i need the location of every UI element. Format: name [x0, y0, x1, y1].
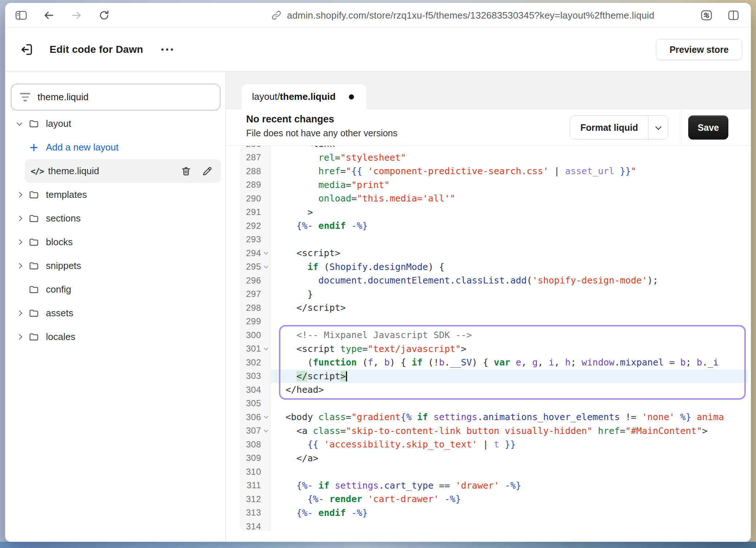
- code-line-text[interactable]: {%- if settings.cart_type == 'drawer' -%…: [271, 479, 748, 493]
- code-line-290[interactable]: 290 onload="this.media='all'": [240, 192, 748, 206]
- save-button[interactable]: Save: [688, 116, 728, 140]
- code-line-312[interactable]: 312 {%- render 'cart-drawer' -%}: [240, 492, 748, 506]
- code-line-291[interactable]: 291 >: [240, 206, 748, 219]
- chevron-right-icon[interactable]: [17, 334, 23, 340]
- code-line-313[interactable]: 313 {%- endif -%}: [240, 506, 748, 520]
- line-number-gutter[interactable]: 287: [240, 151, 271, 165]
- line-number-gutter[interactable]: 300: [240, 328, 271, 342]
- sidebar-item-theme-liquid[interactable]: </>theme.liquid: [25, 159, 221, 183]
- line-number-gutter[interactable]: 296: [240, 274, 271, 287]
- line-number-gutter[interactable]: 310: [240, 465, 271, 479]
- code-line-310[interactable]: 310: [240, 465, 748, 479]
- format-liquid-button[interactable]: Format liquid: [570, 116, 648, 139]
- chevron-down-icon[interactable]: [17, 120, 23, 126]
- code-line-286[interactable]: 286 <link: [240, 146, 748, 151]
- code-line-text[interactable]: </a>: [271, 451, 748, 465]
- code-line-text[interactable]: <link: [271, 146, 748, 151]
- line-number-gutter[interactable]: 312: [240, 492, 271, 506]
- code-line-301[interactable]: 301 <script type="text/javascript">: [240, 342, 748, 356]
- line-number-gutter[interactable]: 297: [240, 287, 271, 301]
- sidebar-item-add-a-new-layout[interactable]: Add a new layout: [5, 136, 225, 159]
- address-bar[interactable]: admin.shopify.com/store/rzq1xu-f5/themes…: [271, 3, 654, 28]
- sidebar-item-assets[interactable]: assets: [5, 301, 225, 325]
- fold-chevron-icon[interactable]: [264, 264, 268, 269]
- code-line-308[interactable]: 308 {{ 'accessibility.skip_to_text' | t …: [240, 438, 748, 451]
- split-view-button[interactable]: [725, 7, 741, 23]
- code-line-287[interactable]: 287 rel="stylesheet": [240, 151, 748, 165]
- line-number-gutter[interactable]: 308: [240, 438, 271, 451]
- code-line-311[interactable]: 311 {%- if settings.cart_type == 'drawer…: [240, 479, 748, 493]
- code-line-293[interactable]: 293: [240, 233, 748, 247]
- line-number-gutter[interactable]: 293: [240, 233, 271, 247]
- code-line-292[interactable]: 292 {%- endif -%}: [240, 219, 748, 233]
- sidebar-item-config[interactable]: config: [5, 278, 225, 301]
- delete-file-button[interactable]: [180, 165, 192, 177]
- file-search-input[interactable]: [11, 84, 220, 110]
- chevron-right-icon[interactable]: [17, 216, 23, 222]
- code-line-text[interactable]: </script>: [271, 369, 748, 383]
- code-line-text[interactable]: <!-- Mixpanel Javascript SDK -->: [271, 328, 748, 342]
- code-line-text[interactable]: <script>: [271, 246, 748, 260]
- forward-button[interactable]: [68, 7, 84, 23]
- line-number-gutter[interactable]: 288: [240, 164, 271, 178]
- code-line-text[interactable]: [271, 315, 748, 329]
- code-line-297[interactable]: 297 }: [240, 287, 748, 301]
- line-number-gutter[interactable]: 294: [240, 246, 271, 260]
- code-line-288[interactable]: 288 href="{{ 'component-predictive-searc…: [240, 164, 748, 178]
- code-line-text[interactable]: [271, 465, 748, 479]
- code-line-text[interactable]: onload="this.media='all'": [271, 192, 748, 206]
- code-line-303[interactable]: 303 </script>: [240, 369, 748, 383]
- line-number-gutter[interactable]: 313: [240, 506, 271, 520]
- line-number-gutter[interactable]: 309: [240, 451, 271, 465]
- line-number-gutter[interactable]: 304: [240, 383, 271, 397]
- code-line-text[interactable]: [271, 233, 748, 247]
- code-line-306[interactable]: 306<body class="gradient{% if settings.a…: [240, 410, 748, 424]
- code-line-text[interactable]: <a class="skip-to-content-link button vi…: [271, 424, 748, 438]
- code-line-text[interactable]: </script>: [271, 301, 748, 315]
- preview-store-button[interactable]: Preview store: [656, 39, 742, 60]
- code-line-text[interactable]: {{ 'accessibility.skip_to_text' | t }}: [271, 438, 748, 451]
- code-line-314[interactable]: 314: [240, 520, 748, 531]
- code-line-text[interactable]: </head>: [271, 383, 748, 397]
- code-line-296[interactable]: 296 document.documentElement.classList.a…: [240, 274, 748, 287]
- code-line-298[interactable]: 298 </script>: [240, 301, 748, 315]
- code-line-text[interactable]: media="print": [271, 178, 748, 192]
- fold-chevron-icon[interactable]: [264, 428, 268, 432]
- code-line-304[interactable]: 304</head>: [240, 383, 748, 397]
- line-number-gutter[interactable]: 307: [240, 424, 271, 438]
- code-line-text[interactable]: rel="stylesheet": [271, 151, 748, 165]
- line-number-gutter[interactable]: 306: [240, 410, 271, 424]
- code-line-text[interactable]: {%- endif -%}: [271, 506, 748, 520]
- line-number-gutter[interactable]: 305: [240, 397, 271, 411]
- line-number-gutter[interactable]: 298: [240, 301, 271, 315]
- line-number-gutter[interactable]: 303: [240, 369, 271, 383]
- line-number-gutter[interactable]: 299: [240, 315, 271, 329]
- code-line-text[interactable]: <body class="gradient{% if settings.anim…: [271, 410, 748, 424]
- chevron-right-icon[interactable]: [17, 310, 23, 316]
- page-settings-button[interactable]: [698, 7, 714, 23]
- tab-layout-theme-liquid[interactable]: layout/theme.liquid: [242, 84, 366, 109]
- code-line-305[interactable]: 305: [240, 397, 748, 411]
- code-line-text[interactable]: [271, 397, 748, 411]
- chevron-right-icon[interactable]: [17, 263, 23, 269]
- sidebar-item-locales[interactable]: locales: [5, 325, 225, 349]
- fold-chevron-icon[interactable]: [264, 414, 268, 419]
- code-line-307[interactable]: 307 <a class="skip-to-content-link butto…: [240, 424, 748, 438]
- exit-code-editor-button[interactable]: [19, 42, 34, 57]
- line-number-gutter[interactable]: 291: [240, 206, 271, 219]
- code-line-text[interactable]: [271, 520, 748, 531]
- line-number-gutter[interactable]: 290: [240, 192, 271, 206]
- back-button[interactable]: [41, 7, 57, 23]
- sidebar-toggle-button[interactable]: [13, 7, 29, 23]
- sidebar-item-blocks[interactable]: blocks: [5, 230, 225, 254]
- fold-chevron-icon[interactable]: [264, 346, 268, 351]
- code-line-295[interactable]: 295 if (Shopify.designMode) {: [240, 260, 748, 274]
- code-line-text[interactable]: document.documentElement.classList.add('…: [271, 274, 748, 287]
- sidebar-item-templates[interactable]: templates: [5, 183, 225, 207]
- sidebar-item-layout[interactable]: layout: [5, 112, 225, 136]
- code-line-309[interactable]: 309 </a>: [240, 451, 748, 465]
- code-line-text[interactable]: <script type="text/javascript">: [271, 342, 748, 356]
- line-number-gutter[interactable]: 302: [240, 356, 271, 369]
- code-line-text[interactable]: {%- endif -%}: [271, 219, 748, 233]
- code-line-text[interactable]: >: [271, 206, 748, 219]
